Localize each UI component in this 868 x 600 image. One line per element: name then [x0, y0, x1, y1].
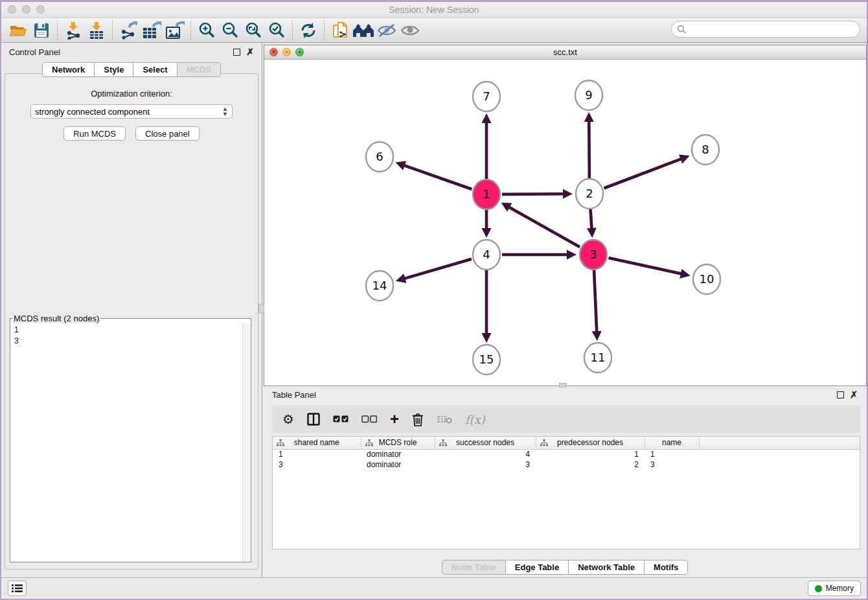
frame-minimize-icon[interactable]: −: [282, 48, 291, 56]
edge-2-8[interactable]: [604, 159, 681, 189]
cell-predecessor-nodes[interactable]: 1: [536, 449, 645, 459]
minimize-window-button[interactable]: [22, 5, 30, 14]
edge-1-6[interactable]: [404, 165, 472, 189]
import-table-icon[interactable]: [85, 20, 108, 41]
column-header-shared-name[interactable]: shared name: [273, 437, 361, 449]
import-network-icon[interactable]: [62, 20, 85, 41]
search-field[interactable]: [671, 21, 860, 38]
edge-4-14[interactable]: [404, 259, 472, 279]
tab-mcds[interactable]: MCDS: [177, 62, 221, 77]
tab-network-table[interactable]: Network Table: [569, 560, 645, 575]
criterion-select[interactable]: strongly connected component ▲▼: [30, 104, 233, 119]
tab-node-table[interactable]: Node Table: [442, 560, 506, 575]
svg-text:10: 10: [700, 272, 714, 286]
column-header-name[interactable]: name: [645, 437, 699, 449]
network-graph[interactable]: 7968124314101511: [264, 60, 868, 386]
zoom-selected-icon[interactable]: [265, 20, 288, 41]
graph-node-8[interactable]: 8: [692, 135, 719, 165]
edge-3-11[interactable]: [594, 270, 597, 332]
result-scrollbar[interactable]: [242, 323, 251, 562]
tab-select[interactable]: Select: [133, 62, 177, 77]
graph-node-7[interactable]: 7: [473, 82, 500, 111]
task-history-button[interactable]: [8, 581, 27, 596]
edge-2-9[interactable]: [589, 121, 589, 178]
column-header-MCDS-role[interactable]: MCDS role: [361, 437, 435, 449]
table-row[interactable]: 1dominator411: [273, 449, 860, 459]
graph-node-11[interactable]: 11: [584, 343, 611, 373]
graph-node-4[interactable]: 4: [473, 240, 500, 270]
edge-3-10[interactable]: [608, 258, 681, 274]
zoom-window-button[interactable]: [36, 5, 45, 14]
window-titlebar: Session: New Session: [1, 2, 867, 18]
delete-column-icon[interactable]: [412, 411, 424, 428]
close-panel-icon[interactable]: ✗: [246, 49, 254, 56]
open-folder-icon[interactable]: [6, 20, 30, 41]
cell-shared-name[interactable]: 1: [273, 449, 361, 459]
graph-node-2[interactable]: 2: [576, 179, 603, 209]
zoom-in-icon[interactable]: [195, 20, 218, 41]
graph-node-1[interactable]: 1: [473, 179, 500, 209]
export-network-icon[interactable]: [117, 20, 140, 41]
cell-name[interactable]: 1: [645, 449, 699, 459]
hide-selected-icon[interactable]: [375, 20, 398, 41]
close-table-panel-icon[interactable]: ✗: [850, 391, 858, 398]
zoom-fit-icon[interactable]: [242, 20, 265, 41]
tab-motifs[interactable]: Motifs: [645, 560, 688, 575]
search-input[interactable]: [689, 25, 860, 34]
network-canvas[interactable]: 7968124314101511: [264, 60, 866, 386]
run-mcds-button[interactable]: Run MCDS: [63, 126, 126, 141]
clone-network-icon[interactable]: [328, 20, 352, 41]
edge-2-3[interactable]: [591, 209, 592, 229]
memory-button[interactable]: Memory: [808, 581, 861, 596]
graph-node-3[interactable]: 3: [580, 240, 607, 270]
column-header-predecessor-nodes[interactable]: predecessor nodes: [536, 437, 645, 449]
edge-1-2[interactable]: [502, 194, 564, 194]
float-panel-icon[interactable]: [233, 49, 240, 56]
export-image-icon[interactable]: [163, 20, 187, 41]
close-window-button[interactable]: [8, 5, 16, 14]
cell-shared-name[interactable]: 3: [273, 459, 361, 470]
deselect-all-columns-icon[interactable]: [361, 411, 377, 428]
svg-text:9: 9: [585, 88, 592, 102]
zoom-out-icon[interactable]: [218, 20, 242, 41]
cell-name[interactable]: 3: [645, 459, 699, 470]
table-header-row: shared nameMCDS rolesuccessor nodesprede…: [273, 437, 860, 449]
edge-3-1[interactable]: [508, 207, 580, 247]
save-session-icon[interactable]: [30, 20, 53, 41]
apply-layout-icon[interactable]: [297, 20, 320, 41]
float-table-panel-icon[interactable]: [837, 391, 844, 398]
mcds-tab-content: Optimization criterion: strongly connect…: [5, 73, 258, 570]
vertical-splitter-grip[interactable]: [258, 304, 264, 313]
window-title: Session: New Session: [389, 5, 479, 15]
tab-edge-table[interactable]: Edge Table: [506, 560, 569, 575]
edge-arrowhead: [396, 273, 406, 283]
tab-network[interactable]: Network: [42, 62, 95, 77]
table-row[interactable]: 3dominator323: [273, 459, 860, 470]
close-panel-button[interactable]: Close panel: [135, 126, 200, 141]
cell-MCDS-role[interactable]: dominator: [361, 449, 435, 459]
graph-node-9[interactable]: 9: [575, 80, 602, 110]
frame-maximize-icon[interactable]: ＋: [295, 48, 304, 56]
graph-node-6[interactable]: 6: [366, 142, 393, 172]
network-window-titlebar[interactable]: ✕ − ＋ scc.txt: [264, 45, 866, 60]
graph-node-14[interactable]: 14: [366, 271, 393, 301]
split-columns-icon[interactable]: [307, 411, 320, 428]
toolbar-separator: [57, 21, 58, 40]
svg-text:14: 14: [372, 279, 387, 292]
graph-node-15[interactable]: 15: [473, 345, 500, 375]
column-header-successor-nodes[interactable]: successor nodes: [435, 437, 536, 449]
select-all-columns-icon[interactable]: [333, 411, 348, 428]
gear-icon[interactable]: ⚙: [282, 411, 294, 428]
horizontal-splitter-grip[interactable]: [559, 383, 567, 387]
cell-successor-nodes[interactable]: 4: [435, 449, 536, 459]
cell-MCDS-role[interactable]: dominator: [361, 459, 435, 470]
export-table-icon[interactable]: [140, 20, 163, 41]
cell-predecessor-nodes[interactable]: 2: [536, 459, 645, 470]
cell-successor-nodes[interactable]: 3: [435, 459, 536, 470]
first-neighbors-icon[interactable]: [352, 20, 375, 41]
add-column-icon[interactable]: +: [390, 411, 399, 428]
frame-close-icon[interactable]: ✕: [269, 48, 278, 56]
tab-style[interactable]: Style: [95, 62, 133, 77]
graph-node-10[interactable]: 10: [693, 264, 720, 294]
show-all-icon[interactable]: [398, 20, 422, 41]
